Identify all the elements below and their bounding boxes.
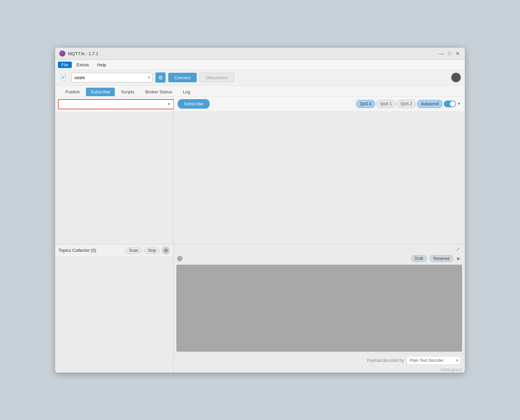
toggle-knob bbox=[450, 101, 455, 107]
dub-badge: DUB bbox=[411, 255, 427, 262]
qos1-button[interactable]: QoS 1 bbox=[376, 100, 395, 108]
tab-subscribe[interactable]: Subscribe bbox=[86, 88, 115, 96]
topics-collector-title: Topics Collector (0) bbox=[59, 248, 123, 253]
svg-rect-2 bbox=[62, 77, 65, 78]
autoscroll-toggle[interactable] bbox=[444, 101, 456, 107]
topic-input-row: ▼ bbox=[55, 96, 173, 112]
left-panel: ▼ bbox=[55, 96, 174, 244]
bottom-area: Topics Collector (0) Scan Stop ⚙ ⤢ DU bbox=[55, 244, 465, 373]
svg-rect-1 bbox=[62, 76, 65, 77]
tabs-bar: Publish Subscribe Scripts Broker Status … bbox=[55, 86, 465, 96]
connection-select-wrapper: ceshi bbox=[71, 73, 153, 82]
tab-log[interactable]: Log bbox=[178, 88, 195, 96]
qos0-button[interactable]: QoS 0 bbox=[356, 100, 375, 108]
window-title: MQTT.fx - 1.7.1 bbox=[68, 51, 99, 56]
connect-button[interactable]: Connect bbox=[168, 73, 197, 82]
menu-bar: File Extras Help bbox=[55, 60, 465, 70]
topic-input[interactable] bbox=[58, 99, 174, 109]
message-meta-row: DUB Retained ▶ bbox=[174, 254, 465, 263]
topics-header: Topics Collector (0) Scan Stop ⚙ bbox=[55, 244, 173, 257]
app-icon bbox=[59, 50, 65, 57]
toolbar: ceshi ⚙ Connect Disconnect bbox=[55, 70, 465, 86]
retained-badge: Retained bbox=[430, 255, 453, 262]
toggle-dropdown-icon[interactable]: ▼ bbox=[457, 102, 461, 106]
title-bar-left: MQTT.fx - 1.7.1 bbox=[59, 50, 99, 57]
title-bar-controls: — □ ✕ bbox=[438, 50, 461, 57]
qos-group: QoS 0 QoS 1 QoS 2 Autoscroll ▼ bbox=[356, 100, 461, 108]
stop-button[interactable]: Stop bbox=[144, 247, 160, 254]
topics-gear-button[interactable]: ⚙ bbox=[162, 246, 170, 255]
message-payload-area bbox=[176, 265, 462, 352]
minimize-button[interactable]: — bbox=[438, 50, 445, 57]
menu-extras[interactable]: Extras bbox=[73, 62, 92, 68]
message-detail-panel: ⤢ DUB Retained ▶ Payload decoded by Plai… bbox=[174, 244, 465, 373]
settings-button[interactable]: ⚙ bbox=[155, 72, 166, 83]
main-content: ▼ Subscribe QoS 0 QoS 1 QoS 2 Autoscroll bbox=[55, 96, 465, 373]
disconnect-button[interactable]: Disconnect bbox=[199, 73, 234, 82]
close-button[interactable]: ✕ bbox=[455, 50, 461, 57]
menu-file[interactable]: File bbox=[58, 62, 72, 68]
svg-rect-3 bbox=[62, 78, 64, 79]
document-icon bbox=[61, 74, 67, 81]
subscribe-button[interactable]: Subscribe bbox=[178, 99, 210, 109]
new-connection-button[interactable] bbox=[59, 73, 69, 82]
expand-button[interactable]: ⤢ bbox=[455, 246, 461, 252]
connection-status-indicator bbox=[451, 73, 461, 82]
payload-decoded-by-label: Payload decoded by bbox=[367, 358, 404, 363]
csdn-watermark: CSDN @/4.12 bbox=[174, 368, 465, 373]
connection-select[interactable]: ceshi bbox=[71, 73, 153, 82]
title-bar: MQTT.fx - 1.7.1 — □ ✕ bbox=[55, 48, 465, 60]
message-detail-header: ⤢ bbox=[174, 244, 465, 254]
topics-panel: Topics Collector (0) Scan Stop ⚙ bbox=[55, 244, 174, 373]
scan-button[interactable]: Scan bbox=[125, 247, 142, 254]
topics-content bbox=[55, 257, 173, 373]
tab-broker-status[interactable]: Broker Status bbox=[140, 88, 177, 96]
message-detail-expand-button[interactable]: ▶ bbox=[456, 256, 461, 261]
gear-icon: ⚙ bbox=[158, 74, 163, 81]
main-window: MQTT.fx - 1.7.1 — □ ✕ File Extras Help c… bbox=[55, 48, 465, 373]
topics-gear-icon: ⚙ bbox=[164, 248, 168, 253]
message-status-circle bbox=[177, 256, 182, 261]
menu-help[interactable]: Help bbox=[94, 62, 110, 68]
subscribe-area: ▼ Subscribe QoS 0 QoS 1 QoS 2 Autoscroll bbox=[55, 96, 465, 244]
decoder-select-wrapper: Plain Text Decoder Base64 Decoder JSON F… bbox=[407, 356, 461, 365]
message-area bbox=[174, 112, 465, 244]
tab-publish[interactable]: Publish bbox=[61, 88, 85, 96]
subscription-list bbox=[55, 112, 173, 244]
maximize-button[interactable]: □ bbox=[447, 50, 453, 57]
subscribe-controls: Subscribe QoS 0 QoS 1 QoS 2 Autoscroll ▼ bbox=[174, 96, 465, 112]
decoder-select[interactable]: Plain Text Decoder Base64 Decoder JSON F… bbox=[407, 356, 461, 365]
autoscroll-button[interactable]: Autoscroll bbox=[417, 100, 442, 108]
right-panel-top: Subscribe QoS 0 QoS 1 QoS 2 Autoscroll ▼ bbox=[174, 96, 465, 244]
tab-scripts[interactable]: Scripts bbox=[116, 88, 139, 96]
payload-footer: Payload decoded by Plain Text Decoder Ba… bbox=[174, 353, 465, 368]
qos2-button[interactable]: QoS 2 bbox=[397, 100, 416, 108]
toolbar-right bbox=[451, 73, 461, 82]
